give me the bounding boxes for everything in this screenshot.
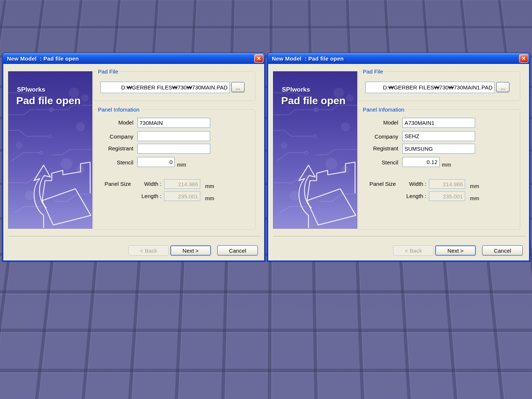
model-input[interactable] [402,118,475,128]
stencil-label: Stencil [350,159,398,166]
pad-file-path-input[interactable] [365,82,495,93]
model-label: Model [350,119,398,126]
pad-file-group-label: Pad File [361,68,385,75]
width-label: Width : [117,181,161,187]
divider [273,236,525,237]
registrant-input[interactable] [137,144,210,154]
width-unit-label: mm [470,183,479,189]
window-title: New Model : Pad file open [7,53,79,64]
company-input[interactable] [137,131,210,141]
length-field [164,191,200,201]
length-label: Length : [382,193,426,199]
length-field [429,191,465,201]
stencil-input[interactable] [402,157,440,167]
width-field [429,179,465,189]
browse-button[interactable]: ... [231,82,245,92]
dialog-window-right: New Model : Pad file open ✕ [267,53,530,262]
dialog-window-left: New Model : Pad file open ✕ [2,53,265,262]
pad-file-path-input[interactable] [100,82,230,93]
title-bar[interactable]: New Model : Pad file open ✕ [3,53,265,64]
stencil-input[interactable] [137,157,175,167]
stencil-label: Stencil [85,159,133,166]
length-unit-label: mm [470,195,479,201]
company-input[interactable] [402,131,475,141]
model-input[interactable] [137,118,210,128]
width-field [164,179,200,189]
width-label: Width : [382,181,426,187]
cancel-button[interactable]: Cancel [217,245,258,256]
brand-label: SPIworks [282,86,310,93]
close-button[interactable]: ✕ [519,54,528,63]
back-button: < Back [393,245,434,256]
stencil-unit-label: mm [442,161,451,168]
next-button[interactable]: Next > [435,245,476,256]
divider [8,236,260,237]
width-unit-label: mm [205,183,214,189]
length-unit-label: mm [205,195,214,201]
stencil-unit-label: mm [177,161,186,168]
company-label: Company [350,133,398,140]
close-icon: ✕ [257,55,261,61]
wizard-banner: SPIworks Pad file open [8,71,92,229]
registrant-label: Registrant [350,145,398,151]
close-icon: ✕ [522,55,526,61]
back-button: < Back [128,245,169,256]
banner-caption: Pad file open [281,95,345,107]
next-button[interactable]: Next > [170,245,211,256]
close-button[interactable]: ✕ [254,54,263,63]
wizard-banner: SPIworks Pad file open [273,71,357,229]
panel-information-group-label: Panel Infomation [96,106,141,113]
length-label: Length : [117,193,161,199]
pad-file-group-label: Pad File [96,68,120,75]
registrant-label: Registrant [85,145,133,151]
registrant-input[interactable] [402,144,475,154]
cancel-button[interactable]: Cancel [482,245,523,256]
dialog-client-area: SPIworks Pad file open Pad File ... Pane… [3,64,264,260]
brand-label: SPIworks [17,86,45,93]
banner-caption: Pad file open [16,95,81,107]
window-title: New Model : Pad file open [272,53,344,64]
dialog-client-area: SPIworks Pad file open Pad File ... Pane… [268,64,529,260]
model-label: Model [85,119,133,126]
company-label: Company [85,133,133,140]
panel-information-group-label: Panel Infomation [361,106,406,113]
browse-button[interactable]: ... [496,82,509,92]
title-bar[interactable]: New Model : Pad file open ✕ [267,53,530,64]
